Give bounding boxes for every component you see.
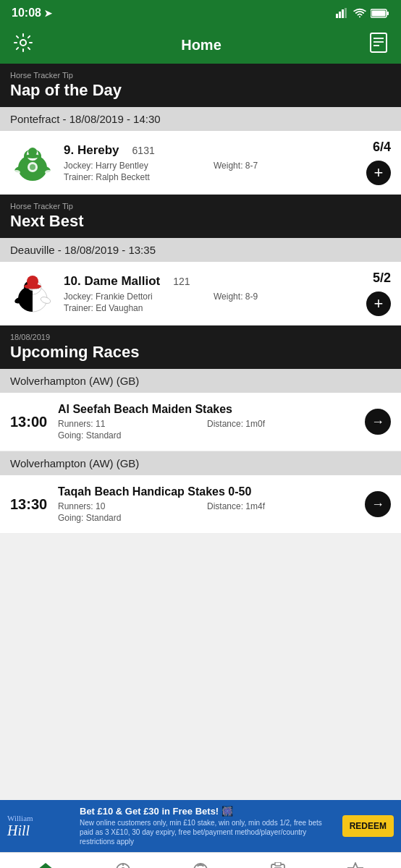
- race1-venue: Wolverhampton (AW) (GB): [0, 369, 401, 393]
- nextbest-subsection: Deauville - 18/08/2019 - 13:35: [0, 238, 401, 262]
- bottom-nav: Home Racecard N: [0, 852, 401, 868]
- svg-point-16: [25, 154, 40, 158]
- nextbest-section: Horse Tracker Tip Next Best Deauville - …: [0, 195, 401, 326]
- nav-offers[interactable]: Offers: [316, 859, 394, 868]
- ad-logo: William Hill: [7, 814, 72, 839]
- race1-arrow[interactable]: →: [365, 409, 391, 435]
- nap-label: Horse Tracker Tip: [10, 71, 391, 80]
- svg-point-18: [30, 164, 35, 170]
- racecard-icon: [115, 862, 131, 868]
- svg-rect-8: [371, 33, 387, 52]
- nav-news[interactable]: News: [162, 859, 240, 868]
- upcoming-header: 18/08/2019 Upcoming Races: [0, 326, 401, 369]
- nextbest-horse-stats: 121: [173, 276, 190, 287]
- svg-rect-0: [336, 14, 338, 18]
- nav-mybets[interactable]: My Bets: [239, 859, 316, 868]
- upcoming-section: 18/08/2019 Upcoming Races Wolverhampton …: [0, 326, 401, 534]
- nap-subsection: Pontefract - 18/08/2019 - 14:30: [0, 107, 401, 131]
- header-title: Home: [181, 37, 221, 54]
- signal-icon: [336, 8, 349, 18]
- svg-rect-6: [372, 10, 386, 16]
- nextbest-silks: [10, 271, 55, 316]
- race1-info: Al Seefah Beach Maiden Stakes Runners: 1…: [58, 403, 355, 441]
- nextbest-title: Next Best: [10, 212, 391, 231]
- status-bar: 10:08 ➤: [0, 0, 401, 26]
- race2-details: Runners: 10 Distance: 1m4f Going: Standa…: [58, 501, 355, 523]
- mybets-icon: [271, 862, 285, 868]
- home-icon: [37, 862, 54, 868]
- nap-header: Horse Tracker Tip Nap of the Day: [0, 64, 401, 107]
- nap-horse-card: 9. Hereby 6131 Jockey: Harry Bentley Wei…: [0, 131, 401, 195]
- svg-rect-3: [345, 8, 347, 18]
- status-time: 10:08 ➤: [12, 7, 52, 20]
- nextbest-horse-card: 10. Dame Malliot 121 Jockey: Frankie Det…: [0, 262, 401, 326]
- upcoming-title: Upcoming Races: [10, 343, 391, 362]
- wifi-icon: [353, 8, 366, 18]
- svg-point-7: [20, 40, 26, 46]
- ad-headline: Bet £10 & Get £30 in Free Bets! 🎆: [80, 806, 335, 817]
- nextbest-label: Horse Tracker Tip: [10, 202, 391, 210]
- battery-icon: [371, 9, 389, 18]
- nextbest-horse-details: Jockey: Frankie Dettori Weight: 8-9 Trai…: [64, 292, 358, 313]
- svg-rect-49: [275, 862, 281, 866]
- settings-icon[interactable]: [13, 33, 33, 57]
- nap-add-button[interactable]: +: [366, 161, 391, 185]
- nav-racecard[interactable]: Racecard: [85, 859, 162, 868]
- main-content: Horse Tracker Tip Nap of the Day Pontefr…: [0, 64, 401, 800]
- svg-rect-5: [387, 12, 389, 15]
- nap-title: Nap of the Day: [10, 81, 391, 100]
- race2-arrow[interactable]: →: [365, 491, 391, 517]
- upcoming-label: 18/08/2019: [10, 333, 391, 341]
- svg-point-35: [24, 284, 41, 289]
- race2-venue: Wolverhampton (AW) (GB): [0, 451, 401, 475]
- ad-body: New online customers only, min £10 stake…: [80, 818, 335, 846]
- offers-icon: [347, 862, 363, 868]
- svg-rect-2: [342, 9, 344, 18]
- race2-name: Taqah Beach Handicap Stakes 0-50: [58, 485, 355, 498]
- nap-section: Horse Tracker Tip Nap of the Day Pontefr…: [0, 64, 401, 195]
- race1-details: Runners: 11 Distance: 1m0f Going: Standa…: [58, 419, 355, 441]
- nap-horse-name: 9. Hereby: [64, 143, 119, 158]
- nap-horse-odds: 6/4: [373, 140, 391, 155]
- nextbest-add-button[interactable]: +: [366, 292, 391, 316]
- svg-point-22: [45, 170, 52, 174]
- svg-point-21: [13, 170, 20, 174]
- ad-redeem-button[interactable]: REDEEM: [342, 815, 394, 837]
- race1-time: 13:00: [10, 414, 48, 430]
- nextbest-horse-right: 5/2 +: [366, 271, 391, 316]
- news-icon: [193, 862, 208, 868]
- status-icons: [336, 8, 389, 18]
- svg-marker-50: [347, 863, 363, 868]
- location-icon: ➤: [44, 8, 52, 19]
- nextbest-horse-name: 10. Dame Malliot: [64, 274, 160, 289]
- notes-icon[interactable]: [369, 33, 388, 57]
- svg-rect-1: [339, 12, 341, 18]
- race2-card[interactable]: 13:30 Taqah Beach Handicap Stakes 0-50 R…: [0, 475, 401, 534]
- nextbest-horse-odds: 5/2: [373, 271, 391, 286]
- race2-info: Taqah Beach Handicap Stakes 0-50 Runners…: [58, 485, 355, 523]
- nap-horse-right: 6/4 +: [366, 140, 391, 185]
- nap-horse-details: Jockey: Harry Bentley Weight: 8-7 Traine…: [64, 161, 358, 182]
- race2-time: 13:30: [10, 496, 48, 513]
- ad-text: Bet £10 & Get £30 in Free Bets! 🎆 New on…: [80, 806, 335, 846]
- nav-home[interactable]: Home: [7, 859, 85, 868]
- nap-horse-info: 9. Hereby 6131 Jockey: Harry Bentley Wei…: [64, 143, 358, 182]
- ad-banner: William Hill Bet £10 & Get £30 in Free B…: [0, 800, 401, 852]
- race1-name: Al Seefah Beach Maiden Stakes: [58, 403, 355, 416]
- race1-card[interactable]: 13:00 Al Seefah Beach Maiden Stakes Runn…: [0, 393, 401, 451]
- nap-silks: [10, 140, 55, 185]
- nextbest-header: Horse Tracker Tip Next Best: [0, 195, 401, 238]
- nextbest-horse-info: 10. Dame Malliot 121 Jockey: Frankie Det…: [64, 274, 358, 313]
- app-header: Home: [0, 26, 401, 64]
- nap-horse-stats: 6131: [132, 145, 155, 156]
